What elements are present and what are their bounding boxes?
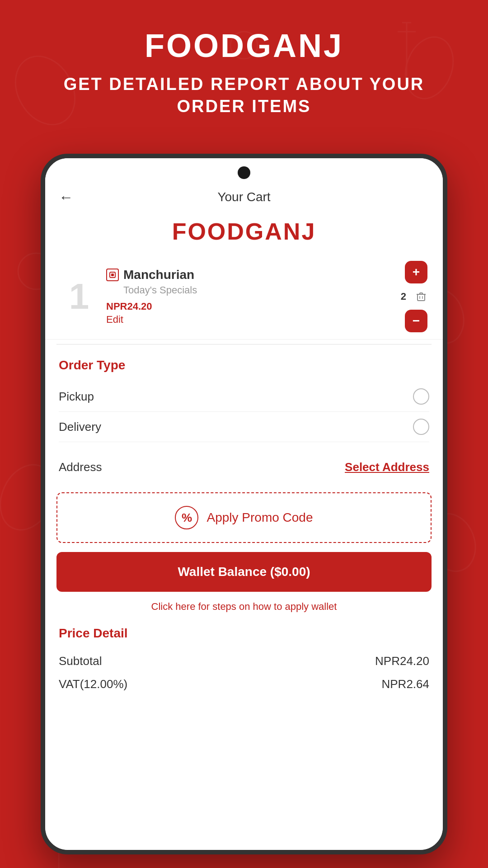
item-quantity: 1: [56, 278, 102, 315]
cart-item: 1 Manchurian Today's Specials NPR24.20 E…: [45, 254, 443, 340]
promo-icon: %: [175, 506, 198, 529]
phone-mockup: ← Your Cart FOODGANJ 1 Manchurian Today'…: [41, 154, 447, 854]
delivery-radio[interactable]: [413, 419, 429, 435]
vat-value: NPR2.64: [382, 677, 430, 691]
subtotal-label: Subtotal: [59, 654, 102, 668]
address-label: Address: [59, 460, 102, 474]
wallet-button[interactable]: Wallet Balance ($0.00): [56, 552, 432, 592]
select-address-button[interactable]: Select Address: [345, 460, 429, 474]
promo-code-box[interactable]: % Apply Promo Code: [56, 492, 432, 543]
address-row: Address Select Address: [45, 451, 443, 483]
item-category: Today's Specials: [123, 284, 401, 296]
pickup-label: Pickup: [59, 390, 94, 404]
pickup-option[interactable]: Pickup: [59, 382, 429, 412]
decrease-quantity-button[interactable]: −: [405, 310, 427, 332]
app-tagline: GET DETAILED REPORT ABOUT YOUR ORDER ITE…: [0, 73, 488, 118]
delivery-label: Delivery: [59, 420, 101, 434]
phone-notch: [238, 166, 250, 179]
price-detail-title: Price Detail: [59, 626, 429, 641]
item-count: 2: [401, 291, 406, 302]
price-detail-section: Price Detail Subtotal NPR24.20 VAT(12.00…: [45, 617, 443, 705]
wallet-hint-link[interactable]: Click here for steps on how to apply wal…: [45, 596, 443, 617]
item-name-row: Manchurian: [106, 268, 401, 282]
delivery-option[interactable]: Delivery: [59, 412, 429, 442]
item-name: Manchurian: [123, 268, 194, 282]
delete-item-button[interactable]: [411, 286, 432, 307]
item-type-icon: [106, 269, 119, 281]
pickup-radio[interactable]: [413, 388, 429, 405]
vat-row: VAT(12.00%) NPR2.64: [59, 673, 429, 696]
vat-label: VAT(12.00%): [59, 677, 127, 691]
order-type-title: Order Type: [59, 358, 429, 373]
brand-name: FOODGANJ: [45, 213, 443, 254]
promo-text: Apply Promo Code: [206, 510, 313, 525]
back-button[interactable]: ←: [59, 189, 73, 206]
item-edit-button[interactable]: Edit: [106, 314, 401, 326]
subtotal-value: NPR24.20: [375, 654, 429, 668]
item-controls: + 2 −: [401, 261, 432, 332]
subtotal-row: Subtotal NPR24.20: [59, 650, 429, 673]
item-price: NPR24.20: [106, 301, 401, 312]
svg-rect-16: [111, 274, 114, 276]
wallet-button-label: Wallet Balance ($0.00): [178, 565, 310, 579]
section-divider: [56, 344, 432, 344]
svg-rect-17: [418, 294, 425, 301]
increase-quantity-button[interactable]: +: [405, 261, 427, 283]
item-details: Manchurian Today's Specials NPR24.20 Edi…: [106, 268, 401, 326]
phone-screen: ← Your Cart FOODGANJ 1 Manchurian Today'…: [45, 158, 443, 850]
app-title: FOODGANJ: [0, 27, 488, 64]
order-type-section: Order Type Pickup Delivery: [45, 349, 443, 451]
page-title: Your Cart: [217, 190, 270, 204]
